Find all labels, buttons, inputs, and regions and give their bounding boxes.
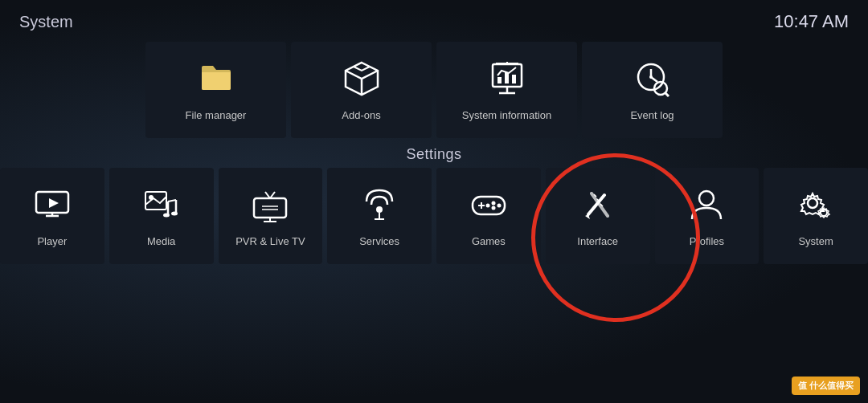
svg-point-50 [699,191,714,206]
tv-icon [251,185,289,229]
svg-point-26 [171,211,178,215]
tile-interface-label: Interface [577,235,618,247]
top-tiles-grid: File manager Add-ons [0,39,868,145]
folder-icon [197,59,235,103]
svg-point-25 [163,213,170,217]
tile-file-manager-label: File manager [186,109,247,121]
system-gear-icon [796,185,835,229]
tile-event-log[interactable]: Event log [582,42,723,138]
tile-profiles-label: Profiles [690,235,724,247]
tile-event-log-label: Event log [630,109,674,121]
tile-add-ons[interactable]: Add-ons [291,42,432,138]
tile-games[interactable]: Games [436,168,541,264]
clock: 10:47 AM [774,11,849,32]
svg-rect-5 [497,77,502,83]
gamepad-icon [469,185,508,229]
player-icon [33,185,72,229]
svg-point-13 [649,75,653,79]
svg-line-46 [592,193,608,216]
tile-player[interactable]: Player [0,168,104,264]
svg-point-34 [376,206,383,213]
chart-icon [488,59,526,103]
header: System 10:47 AM [0,0,868,39]
tile-pvr-live-tv-label: PVR & Live TV [235,235,305,247]
tile-services[interactable]: Services [327,168,432,264]
tile-player-label: Player [37,235,67,247]
settings-section-label: Settings [0,146,868,163]
tile-interface[interactable]: Interface [546,168,650,264]
clock-search-icon [633,59,672,103]
svg-point-42 [491,206,495,210]
profile-icon [687,185,726,229]
svg-point-41 [497,203,501,207]
pencil-ruler-icon [579,185,617,229]
tile-media-label: Media [147,235,175,247]
svg-rect-7 [512,75,516,83]
tile-profiles[interactable]: Profiles [655,168,760,264]
tile-system-label: System [798,235,833,247]
bottom-tiles-grid: Player Media [0,168,868,264]
svg-point-51 [808,198,817,208]
tile-add-ons-label: Add-ons [342,109,380,121]
tile-system-information-label: System information [462,109,551,121]
tile-games-label: Games [472,235,506,247]
svg-rect-6 [505,72,509,83]
svg-line-23 [168,200,176,202]
svg-rect-29 [254,198,286,218]
svg-marker-17 [49,198,59,208]
media-icon [142,185,181,229]
svg-point-43 [485,203,489,207]
tile-file-manager[interactable]: File manager [145,42,286,138]
tile-system-information[interactable]: System information [436,42,577,138]
watermark: 值 什么值得买 [792,377,860,395]
svg-line-15 [665,92,669,96]
page-title: System [19,13,73,31]
svg-point-40 [491,201,495,205]
page-wrapper: System 10:47 AM File manager [0,0,868,403]
tile-media[interactable]: Media [109,168,214,264]
podcast-icon [360,185,399,229]
box-icon [342,59,381,103]
tile-pvr-live-tv[interactable]: PVR & Live TV [219,168,323,264]
tile-system[interactable]: System [764,168,868,264]
tile-services-label: Services [359,235,399,247]
